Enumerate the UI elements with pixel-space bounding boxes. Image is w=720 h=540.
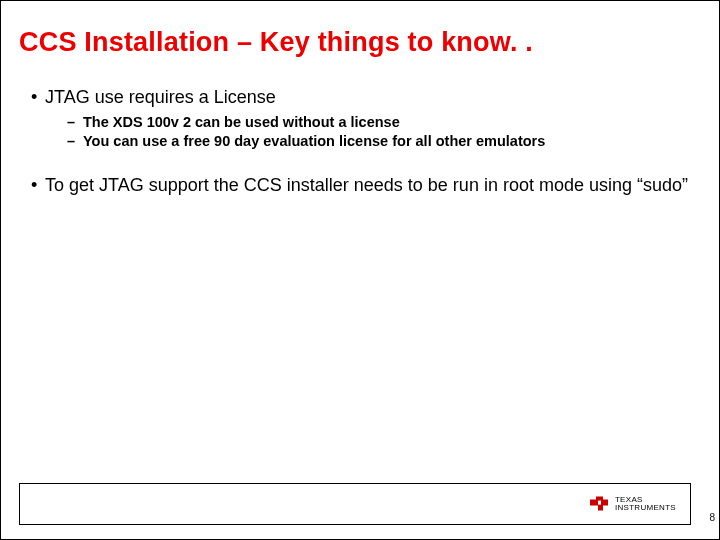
bullet-2-text: To get JTAG support the CCS installer ne… <box>45 175 688 195</box>
svg-rect-0 <box>598 501 601 505</box>
bullet-dot: • <box>31 87 45 108</box>
slide-body: •JTAG use requires a License –The XDS 10… <box>31 87 689 202</box>
bullet-1-sub-2: –You can use a free 90 day evaluation li… <box>67 133 689 149</box>
footer-bar: TEXAS INSTRUMENTS <box>19 483 691 525</box>
slide-title: CCS Installation – Key things to know. . <box>19 27 701 58</box>
ti-logo-line2: INSTRUMENTS <box>615 504 676 512</box>
bullet-1: •JTAG use requires a License <box>31 87 689 108</box>
bullet-1-sub-1-text: The XDS 100v 2 can be used without a lic… <box>83 114 400 130</box>
ti-chip-icon <box>589 496 609 512</box>
ti-logo-text: TEXAS INSTRUMENTS <box>615 496 676 513</box>
bullet-1-text: JTAG use requires a License <box>45 87 276 107</box>
bullet-dash: – <box>67 114 83 130</box>
page-number: 8 <box>709 512 715 523</box>
bullet-2: •To get JTAG support the CCS installer n… <box>31 175 689 196</box>
slide: CCS Installation – Key things to know. .… <box>0 0 720 540</box>
bullet-1-sub-1: –The XDS 100v 2 can be used without a li… <box>67 114 689 130</box>
bullet-1-sub-2-text: You can use a free 90 day evaluation lic… <box>83 133 545 149</box>
bullet-dot: • <box>31 175 45 196</box>
bullet-dash: – <box>67 133 83 149</box>
ti-logo: TEXAS INSTRUMENTS <box>589 496 676 513</box>
